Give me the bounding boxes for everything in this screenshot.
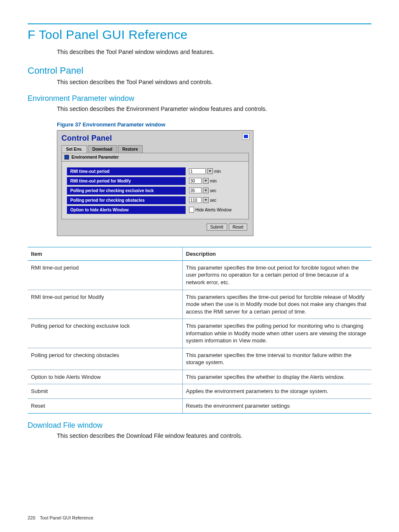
figure-caption: Figure 37 Environment Parameter window — [57, 121, 371, 128]
unit-label: sec — [210, 188, 217, 193]
section-download-file-heading: Download File window — [28, 421, 371, 430]
cell-desc: This parameters specifies the time-out p… — [182, 290, 371, 319]
reset-button[interactable]: Reset — [229, 224, 247, 231]
table-row: Polling period for checking exclusive lo… — [28, 319, 371, 348]
section-control-panel-body: This section describes the Tool Panel wi… — [57, 78, 371, 86]
subpanel-title: Environment Parameter — [72, 155, 119, 159]
section-env-param-heading: Environment Parameter window — [28, 94, 371, 103]
label-polling-lock: Polling period for checking exclusive lo… — [67, 187, 186, 195]
label-rmi-timeout-modify: RMI time-out period for Modify — [67, 177, 186, 185]
cell-item: RMI time-out period for Modify — [28, 290, 182, 319]
tab-set-env[interactable]: Set Env. — [61, 145, 87, 153]
label-rmi-timeout: RMI time-out period — [67, 167, 186, 175]
row-rmi-timeout: RMI time-out period min — [67, 167, 243, 175]
page-title: F Tool Panel GUI Reference — [28, 28, 371, 42]
section-download-file-body: This section describes the Download File… — [57, 432, 371, 440]
tab-download[interactable]: Download — [88, 145, 117, 153]
cell-item: Polling period for checking obstacles — [28, 348, 182, 370]
control-panel-title: Control Panel — [61, 134, 112, 142]
tab-restore[interactable]: Restore — [118, 145, 143, 153]
env-param-form: RMI time-out period min RMI time-out per… — [61, 161, 249, 219]
unit-label: sec — [210, 198, 217, 203]
control-panel-window: Control Panel Set Env. Download Restore … — [57, 130, 253, 236]
unit-label: min — [214, 169, 221, 174]
window-control-icon[interactable] — [242, 133, 250, 140]
input-polling-obstacles[interactable] — [189, 197, 202, 203]
cell-desc: This parameter specifies the whether to … — [182, 370, 371, 384]
cell-item: Option to hide Alerts Window — [28, 370, 182, 384]
section-env-param-body: This section describes the Environment P… — [57, 105, 371, 113]
footer-label: Tool Panel GUI Reference — [40, 515, 93, 520]
th-item: Item — [28, 247, 182, 260]
cell-item: Polling period for checking exclusive lo… — [28, 319, 182, 348]
cell-item: RMI time-out period — [28, 260, 182, 290]
cell-desc: This parameter specifies the time interv… — [182, 348, 371, 370]
cell-item: Reset — [28, 399, 182, 414]
dropdown-icon[interactable] — [207, 168, 213, 174]
table-row: RMI time-out period This parameter speci… — [28, 260, 371, 290]
form-actions: Submit Reset — [57, 219, 253, 236]
table-row: Polling period for checking obstacles Th… — [28, 348, 371, 370]
input-polling-lock[interactable] — [189, 188, 202, 193]
top-rule — [28, 23, 371, 24]
label-polling-obstacles: Polling period for checking obstacles — [67, 196, 186, 204]
parameter-table: Item Description RMI time-out period Thi… — [28, 247, 371, 414]
th-description: Description — [182, 247, 371, 260]
checkbox-hide-alerts[interactable] — [189, 207, 194, 213]
dropdown-icon[interactable] — [203, 178, 209, 184]
table-row: Reset Resets the environment parameter s… — [28, 399, 371, 414]
cell-item: Submit — [28, 384, 182, 399]
unit-label: min — [210, 179, 217, 183]
page-intro: This describes the Tool Panel window win… — [57, 48, 371, 56]
label-hide-alerts: Option to hide Alerts Window — [67, 206, 186, 214]
square-icon — [64, 155, 69, 159]
input-rmi-timeout-modify[interactable] — [189, 178, 202, 184]
submit-button[interactable]: Submit — [207, 224, 227, 231]
subpanel-header: Environment Parameter — [61, 153, 249, 161]
input-rmi-timeout[interactable] — [189, 168, 206, 174]
tab-bar: Set Env. Download Restore — [57, 143, 253, 153]
section-control-panel-heading: Control Panel — [28, 65, 371, 76]
row-polling-lock: Polling period for checking exclusive lo… — [67, 187, 243, 195]
table-row: RMI time-out period for Modify This para… — [28, 290, 371, 319]
cell-desc: Resets the environment parameter setting… — [182, 399, 371, 414]
checkbox-label: Hide Alerts Window — [195, 208, 232, 212]
table-row: Submit Applies the environment parameter… — [28, 384, 371, 399]
page-number: 220 — [28, 515, 35, 520]
row-rmi-timeout-modify: RMI time-out period for Modify min — [67, 177, 243, 185]
cell-desc: This parameter specifies the polling per… — [182, 319, 371, 348]
row-polling-obstacles: Polling period for checking obstacles se… — [67, 196, 243, 204]
cell-desc: This parameter specifies the time-out pe… — [182, 260, 371, 290]
dropdown-icon[interactable] — [203, 188, 209, 193]
page-footer: 220 Tool Panel GUI Reference — [28, 515, 371, 520]
row-hide-alerts: Option to hide Alerts Window Hide Alerts… — [67, 206, 243, 214]
cell-desc: Applies the environment parameters to th… — [182, 384, 371, 399]
table-row: Option to hide Alerts Window This parame… — [28, 370, 371, 384]
dropdown-icon[interactable] — [203, 197, 209, 203]
